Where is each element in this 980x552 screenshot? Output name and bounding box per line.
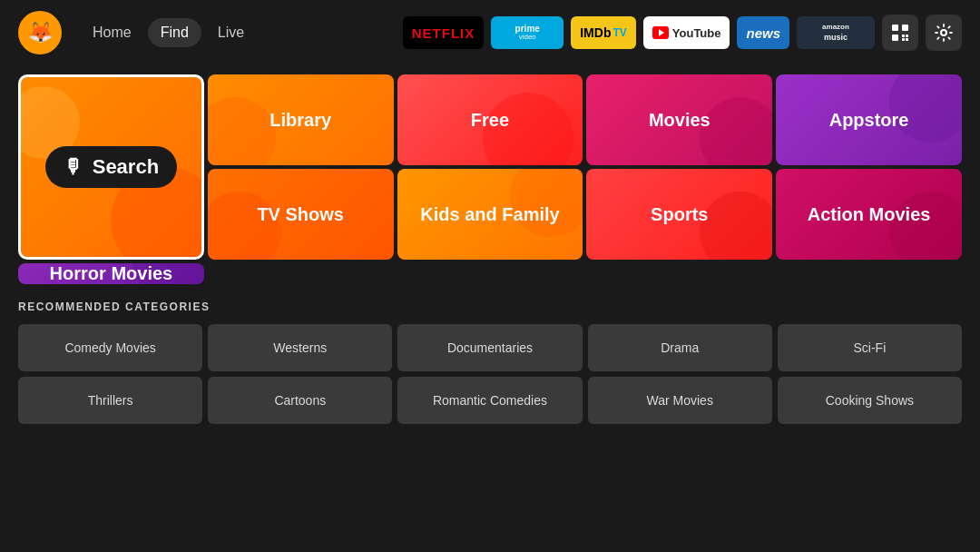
- svg-rect-1: [902, 25, 908, 31]
- youtube-button[interactable]: YouTube: [643, 16, 730, 49]
- library-cell[interactable]: Library: [208, 74, 394, 165]
- svg-point-7: [941, 30, 946, 35]
- amazon-music-button[interactable]: amazon music: [797, 16, 875, 49]
- appstore-cell[interactable]: Appstore: [776, 74, 962, 165]
- tvshows-cell[interactable]: TV Shows: [208, 169, 394, 260]
- category-westerns[interactable]: Westerns: [208, 324, 392, 371]
- settings-button[interactable]: [926, 15, 962, 51]
- apps-grid-button[interactable]: [882, 15, 918, 51]
- svg-rect-6: [906, 38, 908, 41]
- logo[interactable]: 🦊: [18, 11, 62, 54]
- nav-find[interactable]: Find: [148, 18, 201, 47]
- search-cell[interactable]: 🎙 Search: [18, 74, 204, 260]
- category-cartoons[interactable]: Cartoons: [208, 377, 392, 424]
- category-war-movies[interactable]: War Movies: [588, 377, 772, 424]
- movies-cell[interactable]: Movies: [586, 74, 772, 165]
- category-romantic-comedies[interactable]: Romantic Comedies: [397, 377, 582, 424]
- svg-rect-3: [902, 34, 905, 37]
- category-documentaries[interactable]: Documentaries: [397, 324, 582, 371]
- mic-icon: 🎙: [64, 155, 83, 179]
- nav-live[interactable]: Live: [205, 18, 257, 47]
- recommended-title: RECOMMENDED CATEGORIES: [18, 301, 962, 313]
- category-scifi[interactable]: Sci-Fi: [778, 324, 962, 371]
- free-cell[interactable]: Free: [397, 74, 583, 165]
- netflix-button[interactable]: NETFLIX: [403, 16, 485, 49]
- action-movies-cell[interactable]: Action Movies: [776, 169, 962, 260]
- sports-cell[interactable]: Sports: [586, 169, 772, 260]
- imdb-button[interactable]: IMDb TV: [571, 16, 636, 49]
- horror-movies-cell[interactable]: Horror Movies: [18, 263, 204, 284]
- apps-grid-icon: [891, 24, 909, 42]
- svg-rect-2: [892, 34, 898, 41]
- category-cooking-shows[interactable]: Cooking Shows: [778, 377, 962, 424]
- recommended-section: RECOMMENDED CATEGORIES Comedy Movies Wes…: [0, 284, 980, 433]
- service-icons: NETFLIX prime video IMDb TV YouTube news…: [403, 15, 962, 51]
- news-button[interactable]: news: [737, 16, 789, 49]
- category-comedy-movies[interactable]: Comedy Movies: [18, 324, 202, 371]
- svg-rect-4: [906, 34, 908, 37]
- svg-rect-5: [902, 38, 905, 41]
- category-grid: Comedy Movies Westerns Documentaries Dra…: [18, 324, 962, 424]
- main-navigation-grid: 🎙 Search Library Free Movies Appstore TV…: [0, 65, 980, 284]
- search-button[interactable]: 🎙 Search: [45, 146, 177, 188]
- category-drama[interactable]: Drama: [588, 324, 772, 371]
- nav-home[interactable]: Home: [80, 18, 144, 47]
- header: 🦊 Home Find Live NETFLIX prime video IMD…: [0, 0, 980, 65]
- svg-rect-0: [892, 25, 898, 31]
- youtube-play-icon: [652, 26, 669, 39]
- prime-video-button[interactable]: prime video: [491, 16, 564, 49]
- settings-gear-icon: [935, 24, 953, 42]
- category-thrillers[interactable]: Thrillers: [18, 377, 202, 424]
- kids-cell[interactable]: Kids and Family: [397, 169, 583, 260]
- nav-links: Home Find Live: [80, 18, 257, 47]
